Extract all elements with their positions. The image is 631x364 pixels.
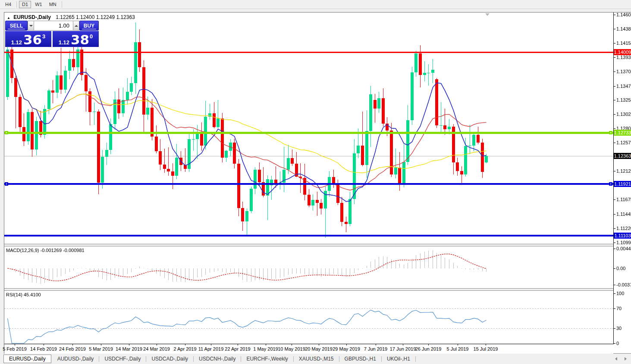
chart-tabs: EURUSD-,DailyAUDUSD-,DailyUSDCHF-,DailyU… <box>0 355 417 363</box>
date-tick-mark <box>211 344 211 345</box>
sell-button[interactable]: SELL <box>5 21 28 31</box>
macd-indicator-label: MACD(12,26,9) -0.001269 -0.000981 <box>6 248 85 253</box>
price-axis-label: 1.13930 <box>616 55 631 60</box>
price-level-badge: 1.11103 <box>614 233 631 239</box>
price-axis-label: 1.11445 <box>616 212 631 217</box>
date-tick-mark <box>319 344 319 345</box>
buy-price-pip: 0 <box>90 33 93 40</box>
rsi-axis-label: 100 <box>616 291 624 296</box>
date-tick-mark <box>486 344 486 345</box>
one-click-trading-panel: SELL BUY 1.12363 1.12380 <box>5 21 99 47</box>
chart-shift-marker[interactable] <box>485 13 490 16</box>
chart-tab-audusd-daily[interactable]: AUDUSD-,Daily <box>53 355 98 363</box>
price-axis-label: 1.14605 <box>616 12 631 17</box>
chart-tab-xauusd-m15[interactable]: XAUUSD-,M15 <box>295 355 338 363</box>
tab-separator <box>146 356 146 362</box>
date-axis-label: 17 Jun 2019 <box>390 346 416 352</box>
date-axis-label: 2 Apr 2019 <box>173 346 196 352</box>
date-axis-label: 29 May 2019 <box>333 346 360 352</box>
price-level-badge: 1.12733 <box>614 130 631 136</box>
one-click-order-row: SELL BUY <box>5 21 99 31</box>
sell-price-main: 36 <box>23 34 42 46</box>
date-axis-label: 22 Apr 2019 <box>225 346 250 352</box>
timeframe-button-mn[interactable]: MN <box>46 1 60 8</box>
rsi-axis-label: 70 <box>616 306 622 311</box>
arrow-up-icon <box>75 25 78 27</box>
volume-decrease-button[interactable] <box>28 21 34 31</box>
pane-separator-macd[interactable] <box>4 244 613 246</box>
date-tick-mark <box>44 344 44 345</box>
sell-price-pip: 3 <box>42 33 45 40</box>
tab-separator <box>193 356 194 362</box>
chart-tab-eurusd-daily[interactable]: EURUSD-,Daily <box>3 355 51 363</box>
date-axis-label: 7 Jun 2019 <box>364 346 387 352</box>
timeframe-button-d1[interactable]: D1 <box>19 1 31 8</box>
price-axis-label: 1.14380 <box>616 26 631 31</box>
price-level-badge: 1.14009 <box>614 49 631 55</box>
date-axis-label: 14 Mar 2019 <box>116 346 142 352</box>
timeframe-button-w1[interactable]: W1 <box>32 1 45 8</box>
buy-price-panel[interactable]: 1.12380 <box>53 31 99 47</box>
date-tick-mark <box>72 344 73 345</box>
date-tick-mark <box>238 344 238 345</box>
price-axis-label: 1.12125 <box>616 168 631 174</box>
rsi-axis-label: 30 <box>616 326 622 331</box>
date-axis-label: 11 Apr 2019 <box>198 346 224 352</box>
tab-scroll-right-button[interactable] <box>623 356 628 362</box>
date-tick-mark <box>292 344 292 345</box>
date-axis: 5 Feb 201914 Feb 201924 Feb 20195 Mar 20… <box>4 344 613 354</box>
sell-price-prefix: 1.12 <box>11 39 22 46</box>
date-axis-label: 24 Mar 2019 <box>143 346 170 352</box>
triangle-left-icon <box>615 357 617 361</box>
date-tick-mark <box>101 344 101 345</box>
tab-scroll-left-button[interactable] <box>614 356 618 362</box>
one-click-panel-toggle[interactable]: ▲ <box>7 16 10 20</box>
price-axis-label: 1.14155 <box>616 40 631 46</box>
price-level-badge: 1.11921 <box>614 181 631 187</box>
price-axis-label: 1.13475 <box>616 84 631 89</box>
price-axis-label: 1.12575 <box>616 140 631 145</box>
date-axis-label: 14 Feb 2019 <box>30 346 57 352</box>
sell-price-panel[interactable]: 1.12363 <box>5 31 51 47</box>
rsi-indicator-label: RSI(14) 45.4100 <box>6 292 41 297</box>
pane-separator-rsi[interactable] <box>4 288 613 291</box>
date-tick-mark <box>403 344 403 345</box>
arrow-down-icon <box>29 25 33 27</box>
macd-axis-label: -0.003715 <box>616 282 631 287</box>
date-axis-label: 5 Jul 2019 <box>447 346 469 352</box>
timeframe-button-h4[interactable]: H4 <box>2 1 14 8</box>
rsi-axis-label: 0 <box>616 341 619 346</box>
volume-input[interactable] <box>34 21 73 31</box>
price-axis-label: 1.11675 <box>616 197 631 202</box>
chart-window: ▲ EURUSD-,Daily 1.12265 1.12400 1.12249 … <box>4 12 631 354</box>
chart-title: ▲ EURUSD-,Daily 1.12265 1.12400 1.12249 … <box>7 14 135 20</box>
chart-tab-gbpusd-h1[interactable]: GBPUSD-,H1 <box>340 355 380 363</box>
date-tick-mark <box>185 344 185 345</box>
price-axis-label: 1.10995 <box>616 240 631 245</box>
chart-tab-eurchf-weekly[interactable]: EURCHF-,Weekly <box>242 355 292 363</box>
date-axis-label: 15 Jul 2019 <box>474 346 498 352</box>
chart-tab-usdchf-daily[interactable]: USDCHF-,Daily <box>100 355 145 363</box>
triangle-right-icon <box>625 357 627 361</box>
toolbar-separator <box>16 1 17 8</box>
price-chart-canvas[interactable] <box>4 12 631 344</box>
chart-tab-bar: EURUSD-,DailyAUDUSD-,DailyUSDCHF-,DailyU… <box>0 354 631 364</box>
price-axis-label: 1.13705 <box>616 69 631 74</box>
date-axis-label: 26 Jun 2019 <box>415 346 442 352</box>
price-level-badge: 1.12363 <box>614 153 631 159</box>
macd-axis-label: 0.00 <box>616 266 625 271</box>
date-axis-label: 5 Mar 2019 <box>89 346 113 352</box>
buy-button[interactable]: BUY <box>79 21 99 31</box>
volume-increase-button[interactable] <box>73 21 79 31</box>
date-axis-label: 24 Feb 2019 <box>59 346 86 352</box>
macd-axis-label: 0.004465 <box>616 246 631 251</box>
chart-tab-ukoil-h1[interactable]: UKOil-,H1 <box>383 355 414 363</box>
price-axis: 1.146051.143801.141551.139301.137051.134… <box>613 12 631 344</box>
chart-symbol-label: EURUSD-,Daily <box>13 14 51 20</box>
buy-price-prefix: 1.12 <box>59 39 69 46</box>
date-tick-mark <box>376 344 376 345</box>
chart-tab-usdcad-daily[interactable]: USDCAD-,Daily <box>147 355 192 363</box>
date-tick-mark <box>458 344 458 345</box>
buy-price-main: 38 <box>71 34 89 46</box>
chart-tab-usdcnh-daily[interactable]: USDCNH-,Daily <box>195 355 240 363</box>
